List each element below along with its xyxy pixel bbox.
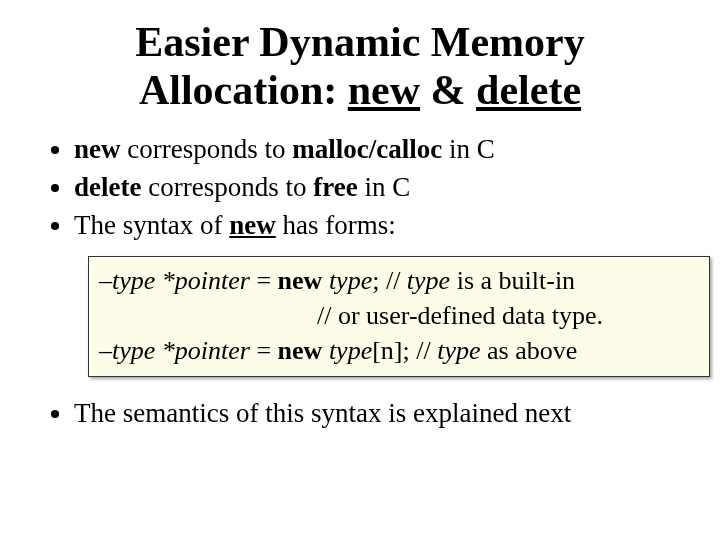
dash: – <box>99 266 112 295</box>
kw-new: new <box>278 266 323 295</box>
bullet-list-top: new corresponds to malloc/calloc in C de… <box>30 131 690 244</box>
bullet-delete-free: delete corresponds to free in C <box>74 169 690 205</box>
title-keyword-delete: delete <box>476 67 581 113</box>
title-keyword-new: new <box>348 67 420 113</box>
bullet-syntax-forms: The syntax of new has forms: <box>74 207 690 243</box>
kw-pointer: *pointer <box>155 336 250 365</box>
kw-new: new <box>278 336 323 365</box>
title-amp: & <box>420 67 476 113</box>
text: = <box>250 336 278 365</box>
kw-malloc-calloc: malloc/calloc <box>292 134 442 164</box>
text: The syntax of <box>74 210 229 240</box>
text: has forms: <box>276 210 396 240</box>
kw-type: type <box>112 266 155 295</box>
text: as above <box>481 336 578 365</box>
syntax-line-1: –type *pointer = new type; // type is a … <box>99 263 699 298</box>
kw-type: type <box>329 336 372 365</box>
bullet-list-bottom: The semantics of this syntax is explaine… <box>30 395 690 431</box>
kw-type: type <box>112 336 155 365</box>
slide: Easier Dynamic Memory Allocation: new & … <box>0 0 720 540</box>
kw-type: type <box>329 266 372 295</box>
bullet-new-malloc: new corresponds to malloc/calloc in C <box>74 131 690 167</box>
text: is a built-in <box>450 266 575 295</box>
kw-delete: delete <box>74 172 141 202</box>
kw-new: new <box>74 134 121 164</box>
text: [n]; // <box>372 336 437 365</box>
slide-title: Easier Dynamic Memory Allocation: new & … <box>30 18 690 115</box>
dash: – <box>99 336 112 365</box>
title-line1: Easier Dynamic Memory <box>135 19 584 65</box>
kw-new-underlined: new <box>229 210 276 240</box>
kw-free: free <box>313 172 357 202</box>
text: corresponds to <box>141 172 313 202</box>
text: ; // <box>372 266 407 295</box>
text: in C <box>442 134 495 164</box>
kw-type: type <box>437 336 480 365</box>
bullet-semantics: The semantics of this syntax is explaine… <box>74 395 690 431</box>
kw-type: type <box>407 266 450 295</box>
text: in C <box>358 172 411 202</box>
syntax-box: –type *pointer = new type; // type is a … <box>88 256 710 377</box>
syntax-line-2: // or user-defined data type. <box>99 298 699 333</box>
text: corresponds to <box>121 134 293 164</box>
kw-pointer: *pointer <box>155 266 250 295</box>
syntax-line-3: –type *pointer = new type[n]; // type as… <box>99 333 699 368</box>
title-line2-prefix: Allocation: <box>139 67 348 113</box>
text: = <box>250 266 278 295</box>
